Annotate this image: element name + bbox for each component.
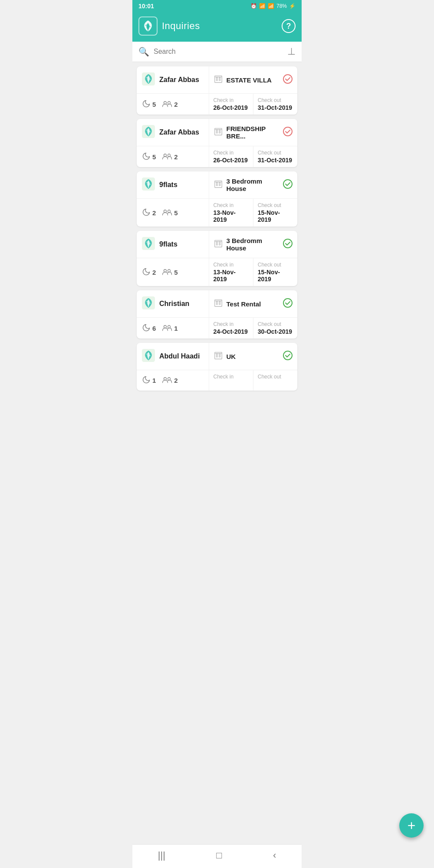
- checkin-col: Check in 26-Oct-2019: [209, 94, 253, 115]
- inquiry-card[interactable]: 9flats 3 Bedromm House: [137, 171, 297, 227]
- status-time: 10:01: [138, 3, 154, 10]
- svg-rect-30: [219, 184, 220, 186]
- svg-point-10: [283, 75, 292, 83]
- filter-icon[interactable]: ⊥: [287, 46, 296, 57]
- svg-rect-38: [216, 242, 217, 243]
- status-icon: [283, 179, 293, 191]
- svg-point-67: [168, 378, 171, 380]
- checkout-col: Check out 30-Oct-2019: [253, 318, 297, 339]
- card-bottom: 1 2 Check in Check ou: [137, 370, 297, 391]
- checkout-label: Check out: [258, 150, 293, 156]
- people-icon: [162, 323, 172, 333]
- card-meta: 2 5: [137, 199, 209, 227]
- search-input[interactable]: [154, 48, 287, 56]
- card-meta: 5 2: [137, 146, 209, 167]
- svg-rect-19: [219, 132, 220, 133]
- app-bar-left: Inquiries: [138, 16, 200, 36]
- signal-icon: 📶: [268, 3, 274, 9]
- checkin-col: Check in 24-Oct-2019: [209, 318, 253, 339]
- inquiry-card[interactable]: Christian Test Rental: [137, 290, 297, 339]
- svg-rect-41: [219, 244, 220, 245]
- checkout-label: Check out: [258, 321, 293, 327]
- card-dates: Check in 24-Oct-2019 Check out 30-Oct-20…: [209, 318, 298, 339]
- nights-count: 2: [152, 209, 156, 217]
- help-icon: ?: [286, 22, 291, 31]
- card-top: Zafar Abbas FRIENDSHIP BRE...: [137, 119, 297, 146]
- inquiries-list: Zafar Abbas ESTATE VILLA: [132, 62, 302, 395]
- nights-meta: 2: [142, 208, 156, 218]
- inquiry-card[interactable]: Zafar Abbas FRIENDSHIP BRE...: [137, 119, 297, 167]
- card-property: FRIENDSHIP BRE...: [209, 119, 298, 146]
- checkout-col: Check out 31-Oct-2019: [253, 146, 297, 167]
- svg-rect-39: [219, 242, 220, 243]
- moon-icon: [142, 375, 151, 385]
- wifi-icon: 📶: [259, 3, 266, 9]
- card-user: Christian: [137, 290, 209, 317]
- svg-rect-17: [219, 130, 220, 131]
- card-dates: Check in 26-Oct-2019 Check out 31-Oct-20…: [209, 94, 298, 115]
- card-bottom: 2 5 Check in 13-Nov-2019: [137, 199, 297, 227]
- back-nav-button[interactable]: ‹: [273, 850, 276, 861]
- property-name: FRIENDSHIP BRE...: [227, 125, 279, 140]
- checkout-value: 31-Oct-2019: [258, 157, 293, 164]
- property-name: 3 Bedromm House: [227, 237, 279, 252]
- inquiry-card[interactable]: Zafar Abbas ESTATE VILLA: [137, 66, 297, 115]
- guests-count: 5: [174, 209, 178, 217]
- nights-count: 5: [152, 153, 156, 161]
- svg-point-21: [283, 127, 292, 136]
- user-logo-icon: [142, 349, 155, 364]
- moon-icon: [142, 267, 151, 277]
- user-name: 9flats: [159, 181, 178, 189]
- checkin-value: 13-Nov-2019: [214, 269, 249, 283]
- menu-nav-button[interactable]: |||: [158, 850, 165, 861]
- svg-rect-6: [219, 77, 220, 79]
- property-name: 3 Bedromm House: [227, 178, 279, 192]
- checkout-value: 15-Nov-2019: [258, 209, 293, 223]
- svg-rect-5: [216, 77, 217, 79]
- checkin-label: Check in: [214, 97, 249, 103]
- card-user: Zafar Abbas: [137, 66, 209, 93]
- app-bar: Inquiries ?: [132, 12, 302, 42]
- svg-rect-29: [216, 184, 217, 186]
- guests-count: 2: [174, 377, 178, 384]
- user-logo-icon: [142, 125, 155, 140]
- card-user: Zafar Abbas: [137, 119, 209, 146]
- nights-count: 6: [152, 325, 156, 332]
- inquiry-card[interactable]: Abdul Haadi UK: [137, 343, 297, 391]
- battery-text: 78%: [276, 3, 287, 9]
- svg-rect-27: [216, 182, 217, 184]
- user-logo-icon: [142, 72, 155, 87]
- guests-meta: 2: [162, 99, 178, 109]
- svg-point-44: [164, 269, 167, 272]
- app-title: Inquiries: [162, 20, 200, 32]
- people-icon: [162, 267, 172, 277]
- svg-rect-7: [216, 79, 217, 81]
- guests-count: 1: [174, 325, 178, 332]
- svg-rect-60: [216, 354, 217, 355]
- svg-point-32: [283, 180, 292, 188]
- svg-rect-40: [216, 244, 217, 245]
- card-bottom: 2 5 Check in 13-Nov-2019: [137, 258, 297, 286]
- property-name: UK: [227, 353, 279, 360]
- svg-rect-16: [216, 130, 217, 131]
- user-name: Zafar Abbas: [159, 128, 199, 136]
- svg-point-56: [168, 325, 171, 328]
- guests-meta: 5: [162, 208, 178, 218]
- user-logo-icon: [142, 237, 155, 252]
- card-user: Abdul Haadi: [137, 343, 209, 370]
- moon-icon: [142, 99, 151, 109]
- home-nav-button[interactable]: □: [216, 850, 222, 861]
- card-property: ESTATE VILLA: [209, 66, 298, 93]
- checkout-value: 31-Oct-2019: [258, 104, 293, 111]
- svg-point-54: [283, 299, 292, 307]
- card-bottom: 5 2 Check in 26-Oct-2019: [137, 146, 297, 167]
- bottom-nav: ||| □ ‹: [132, 844, 302, 868]
- help-button[interactable]: ?: [282, 19, 296, 33]
- svg-point-55: [164, 325, 167, 328]
- card-property: 3 Bedromm House: [209, 231, 298, 258]
- card-meta: 6 1: [137, 318, 209, 339]
- checkin-label: Check in: [214, 202, 249, 208]
- user-name: Christian: [159, 300, 189, 308]
- inquiry-card[interactable]: 9flats 3 Bedromm House: [137, 231, 297, 286]
- card-dates: Check in Check out: [209, 370, 298, 391]
